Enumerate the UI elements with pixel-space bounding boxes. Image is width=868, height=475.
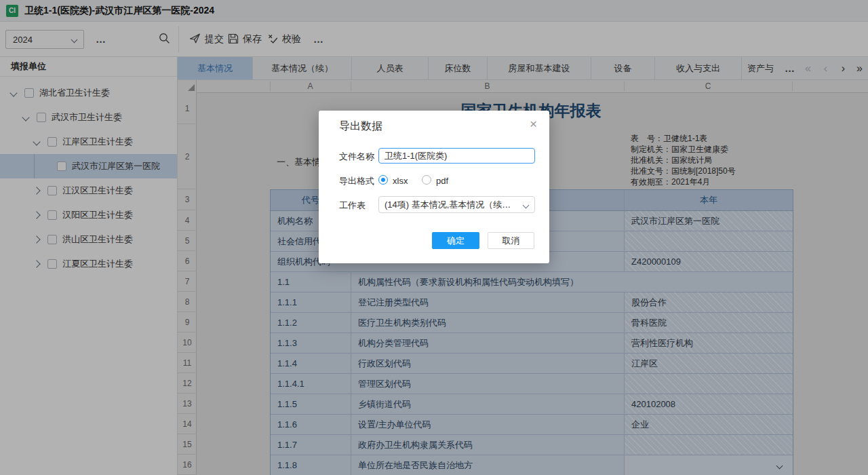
worksheets-select-value: (14项) 基本情况,基本情况（续）,人...: [384, 199, 519, 211]
export-dialog: 导出数据 × 文件名称 导出格式 xlsx pdf 工作表 (14项) 基本情况…: [319, 111, 549, 263]
chevron-down-icon: [523, 202, 530, 209]
worksheets-label: 工作表: [339, 200, 366, 212]
app-window: CI 卫统1-1(医院类)-武汉市江岸区第一医院-2024 2024 … 提交 …: [0, 0, 868, 475]
worksheets-select[interactable]: (14项) 基本情况,基本情况（续）,人...: [378, 196, 535, 213]
radio-pdf-label[interactable]: pdf: [436, 176, 448, 186]
radio-xlsx[interactable]: [378, 175, 388, 185]
format-label: 导出格式: [339, 175, 374, 187]
filename-input[interactable]: [378, 148, 535, 164]
cancel-button[interactable]: 取消: [488, 232, 534, 249]
confirm-button[interactable]: 确定: [432, 232, 479, 249]
dialog-title: 导出数据: [339, 119, 382, 134]
radio-pdf[interactable]: [422, 175, 431, 185]
close-icon[interactable]: ×: [530, 117, 537, 131]
filename-label: 文件名称: [339, 151, 374, 163]
radio-xlsx-label[interactable]: xlsx: [393, 176, 408, 186]
